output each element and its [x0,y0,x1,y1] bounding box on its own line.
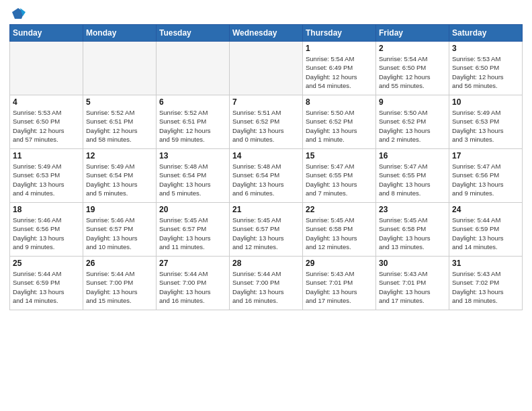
day-number: 13 [159,151,226,161]
day-number: 4 [13,97,80,107]
page: SundayMondayTuesdayWednesdayThursdayFrid… [0,0,532,411]
calendar-cell [157,42,230,95]
calendar-cell: 9Sunrise: 5:50 AM Sunset: 6:52 PM Daylig… [376,95,449,149]
day-info: Sunrise: 5:50 AM Sunset: 6:52 PM Dayligh… [306,108,373,144]
calendar-cell: 20Sunrise: 5:45 AM Sunset: 6:57 PM Dayli… [157,203,230,257]
weekday-header-sunday: Sunday [10,25,83,42]
day-number: 14 [232,151,300,161]
calendar-cell: 25Sunrise: 5:44 AM Sunset: 6:59 PM Dayli… [10,257,83,310]
calendar-table: SundayMondayTuesdayWednesdayThursdayFrid… [9,24,523,310]
calendar-cell: 29Sunrise: 5:43 AM Sunset: 7:01 PM Dayli… [303,257,376,310]
calendar-cell: 6Sunrise: 5:52 AM Sunset: 6:51 PM Daylig… [157,95,230,149]
day-info: Sunrise: 5:47 AM Sunset: 6:56 PM Dayligh… [452,162,519,197]
day-info: Sunrise: 5:44 AM Sunset: 7:00 PM Dayligh… [86,269,153,305]
calendar-cell: 14Sunrise: 5:48 AM Sunset: 6:54 PM Dayli… [230,149,303,203]
day-number: 11 [13,151,80,161]
day-info: Sunrise: 5:49 AM Sunset: 6:54 PM Dayligh… [86,162,153,197]
day-info: Sunrise: 5:53 AM Sunset: 6:50 PM Dayligh… [452,54,519,90]
calendar-cell: 4Sunrise: 5:53 AM Sunset: 6:50 PM Daylig… [10,95,83,149]
day-info: Sunrise: 5:43 AM Sunset: 7:01 PM Dayligh… [306,269,373,305]
day-info: Sunrise: 5:45 AM Sunset: 6:58 PM Dayligh… [379,216,446,251]
day-info: Sunrise: 5:46 AM Sunset: 6:56 PM Dayligh… [13,216,80,251]
week-row-5: 25Sunrise: 5:44 AM Sunset: 6:59 PM Dayli… [10,257,523,310]
day-number: 1 [306,44,373,53]
logo-flag-icon [11,7,26,21]
day-info: Sunrise: 5:52 AM Sunset: 6:51 PM Dayligh… [86,108,153,144]
weekday-header-friday: Friday [376,25,449,42]
calendar-cell [230,42,303,95]
day-number: 7 [232,97,300,107]
day-info: Sunrise: 5:44 AM Sunset: 6:59 PM Dayligh… [13,269,80,305]
calendar-cell: 27Sunrise: 5:44 AM Sunset: 7:00 PM Dayli… [157,257,230,310]
day-info: Sunrise: 5:44 AM Sunset: 7:00 PM Dayligh… [232,269,300,305]
day-number: 22 [306,205,373,214]
calendar-cell: 21Sunrise: 5:45 AM Sunset: 6:57 PM Dayli… [230,203,303,257]
week-row-1: 1Sunrise: 5:54 AM Sunset: 6:49 PM Daylig… [10,42,523,95]
day-info: Sunrise: 5:51 AM Sunset: 6:52 PM Dayligh… [232,108,300,144]
weekday-header-thursday: Thursday [303,25,376,42]
calendar-cell: 5Sunrise: 5:52 AM Sunset: 6:51 PM Daylig… [83,95,157,149]
day-number: 16 [379,151,446,161]
day-info: Sunrise: 5:45 AM Sunset: 6:58 PM Dayligh… [306,216,373,251]
day-number: 23 [379,205,446,214]
day-info: Sunrise: 5:49 AM Sunset: 6:53 PM Dayligh… [452,108,519,144]
day-number: 31 [452,259,519,268]
day-number: 2 [379,44,446,53]
week-row-2: 4Sunrise: 5:53 AM Sunset: 6:50 PM Daylig… [10,95,523,149]
calendar-cell: 1Sunrise: 5:54 AM Sunset: 6:49 PM Daylig… [303,42,376,95]
day-number: 9 [379,97,446,107]
day-number: 24 [452,205,519,214]
day-info: Sunrise: 5:54 AM Sunset: 6:49 PM Dayligh… [306,54,373,90]
day-number: 6 [159,97,226,107]
logo [9,7,26,19]
day-info: Sunrise: 5:52 AM Sunset: 6:51 PM Dayligh… [159,108,226,144]
calendar-cell [83,42,157,95]
day-number: 12 [86,151,153,161]
day-number: 19 [86,205,153,214]
calendar-cell: 18Sunrise: 5:46 AM Sunset: 6:56 PM Dayli… [10,203,83,257]
day-number: 20 [159,205,226,214]
day-number: 10 [452,97,519,107]
day-number: 5 [86,97,153,107]
calendar-cell: 11Sunrise: 5:49 AM Sunset: 6:53 PM Dayli… [10,149,83,203]
week-row-4: 18Sunrise: 5:46 AM Sunset: 6:56 PM Dayli… [10,203,523,257]
weekday-header-row: SundayMondayTuesdayWednesdayThursdayFrid… [10,25,523,42]
day-number: 28 [232,259,300,268]
day-number: 25 [13,259,80,268]
day-number: 8 [306,97,373,107]
day-number: 3 [452,44,519,53]
weekday-header-monday: Monday [83,25,157,42]
calendar-cell: 2Sunrise: 5:54 AM Sunset: 6:50 PM Daylig… [376,42,449,95]
day-info: Sunrise: 5:45 AM Sunset: 6:57 PM Dayligh… [159,216,226,251]
calendar-cell: 3Sunrise: 5:53 AM Sunset: 6:50 PM Daylig… [449,42,523,95]
day-info: Sunrise: 5:48 AM Sunset: 6:54 PM Dayligh… [159,162,226,197]
day-number: 18 [13,205,80,214]
day-info: Sunrise: 5:47 AM Sunset: 6:55 PM Dayligh… [379,162,446,197]
day-info: Sunrise: 5:44 AM Sunset: 7:00 PM Dayligh… [159,269,226,305]
week-row-3: 11Sunrise: 5:49 AM Sunset: 6:53 PM Dayli… [10,149,523,203]
weekday-header-wednesday: Wednesday [230,25,303,42]
calendar-cell: 23Sunrise: 5:45 AM Sunset: 6:58 PM Dayli… [376,203,449,257]
day-info: Sunrise: 5:50 AM Sunset: 6:52 PM Dayligh… [379,108,446,144]
calendar-cell: 10Sunrise: 5:49 AM Sunset: 6:53 PM Dayli… [449,95,523,149]
day-info: Sunrise: 5:44 AM Sunset: 6:59 PM Dayligh… [452,216,519,251]
day-number: 27 [159,259,226,268]
day-info: Sunrise: 5:45 AM Sunset: 6:57 PM Dayligh… [232,216,300,251]
day-info: Sunrise: 5:48 AM Sunset: 6:54 PM Dayligh… [232,162,300,197]
calendar-cell: 15Sunrise: 5:47 AM Sunset: 6:55 PM Dayli… [303,149,376,203]
day-info: Sunrise: 5:43 AM Sunset: 7:01 PM Dayligh… [379,269,446,305]
calendar-cell: 30Sunrise: 5:43 AM Sunset: 7:01 PM Dayli… [376,257,449,310]
day-number: 29 [306,259,373,268]
weekday-header-saturday: Saturday [449,25,523,42]
day-number: 26 [86,259,153,268]
day-number: 30 [379,259,446,268]
header [9,7,523,19]
calendar-cell: 7Sunrise: 5:51 AM Sunset: 6:52 PM Daylig… [230,95,303,149]
day-info: Sunrise: 5:43 AM Sunset: 7:02 PM Dayligh… [452,269,519,305]
day-info: Sunrise: 5:49 AM Sunset: 6:53 PM Dayligh… [13,162,80,197]
calendar-cell: 17Sunrise: 5:47 AM Sunset: 6:56 PM Dayli… [449,149,523,203]
calendar-cell: 22Sunrise: 5:45 AM Sunset: 6:58 PM Dayli… [303,203,376,257]
calendar-cell [10,42,83,95]
day-number: 15 [306,151,373,161]
day-info: Sunrise: 5:53 AM Sunset: 6:50 PM Dayligh… [13,108,80,144]
